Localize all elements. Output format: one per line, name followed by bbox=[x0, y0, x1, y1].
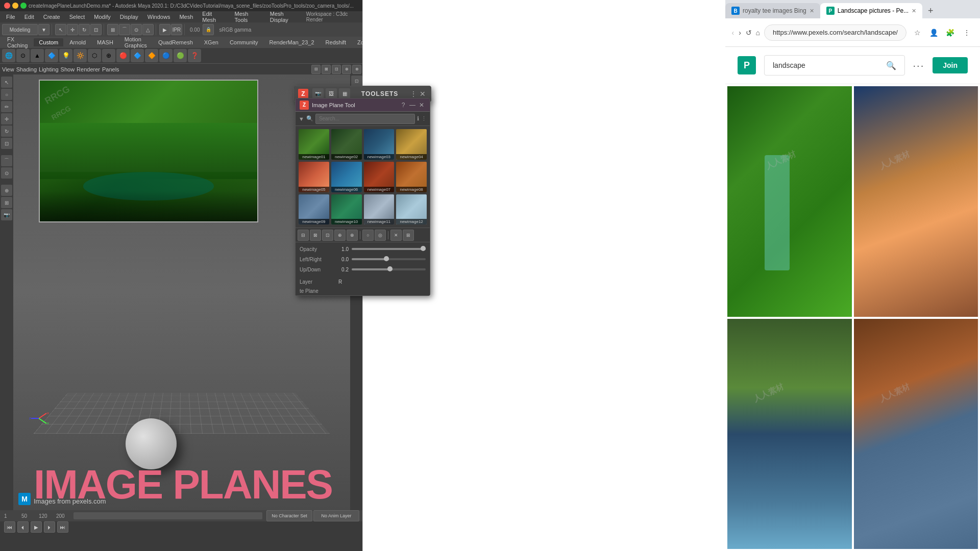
ipt-tb-grid-3[interactable]: ⊡ bbox=[322, 230, 333, 241]
back-btn[interactable]: ‹ bbox=[731, 26, 734, 40]
shelf-tab-motion-graphics[interactable]: Motion Graphics bbox=[119, 35, 152, 49]
rp-btn-1[interactable]: ⊡ bbox=[351, 76, 362, 87]
bookmark-btn[interactable]: ☆ bbox=[911, 26, 925, 40]
ts-more-btn[interactable]: ⋮ bbox=[409, 90, 418, 98]
updown-thumb[interactable] bbox=[387, 266, 393, 271]
pexels-img-autumn[interactable]: 人人素材 bbox=[854, 319, 978, 549]
ipt-tb-cross[interactable]: ✕ bbox=[390, 230, 402, 241]
menu-mesh-display[interactable]: Mesh Display bbox=[266, 10, 305, 24]
shelf-icon-14[interactable]: ❓ bbox=[188, 49, 201, 62]
tab-bing[interactable]: B royalty tee images Bing ✕ bbox=[725, 3, 820, 18]
shelf-icon-5[interactable]: 💡 bbox=[59, 49, 72, 62]
shelf-icon-2[interactable]: ⊙ bbox=[16, 49, 30, 62]
shading-menu[interactable]: Shading bbox=[16, 66, 37, 72]
play-back-btn[interactable]: ⏮ bbox=[4, 521, 15, 533]
step-back-btn[interactable]: ⏴ bbox=[17, 521, 29, 533]
play-btn[interactable]: ▶ bbox=[31, 521, 42, 533]
minimize-button[interactable] bbox=[12, 3, 18, 9]
image-cell-02[interactable]: newimage02 bbox=[331, 129, 362, 160]
shelf-tab-arnold[interactable]: Arnold bbox=[64, 38, 91, 46]
grid-tool[interactable]: ⊞ bbox=[1, 197, 12, 208]
tab-pexels[interactable]: P Landscape pictures - Pe... ✕ bbox=[820, 3, 922, 18]
image-cell-03[interactable]: newimage03 bbox=[364, 129, 395, 160]
scale-tool[interactable]: ⊡ bbox=[90, 24, 102, 35]
lasso-tool[interactable]: ○ bbox=[1, 89, 12, 100]
scale-tool-left[interactable]: ⊡ bbox=[1, 138, 12, 149]
image-cell-10[interactable]: newimage10 bbox=[331, 194, 362, 225]
menu-edit[interactable]: Edit bbox=[20, 13, 38, 21]
rotate-tool-left[interactable]: ↻ bbox=[1, 126, 12, 137]
step-forward-btn[interactable]: ⏵ bbox=[44, 521, 55, 533]
shelf-tab-quadremesh[interactable]: QuadRemesh bbox=[153, 38, 198, 46]
show-menu[interactable]: Show bbox=[61, 66, 75, 72]
tab-bing-close[interactable]: ✕ bbox=[810, 8, 814, 14]
shelf-icon-4[interactable]: 🔷 bbox=[45, 49, 58, 62]
modeling-btn[interactable]: Modeling bbox=[2, 24, 38, 35]
menu-windows[interactable]: Windows bbox=[143, 13, 175, 21]
view-menu[interactable]: View bbox=[2, 66, 14, 72]
shelf-tab-mash[interactable]: MASH bbox=[92, 38, 118, 46]
pexels-img-mountain[interactable]: 人人素材 bbox=[854, 86, 978, 317]
image-cell-12[interactable]: newimage12 bbox=[396, 194, 427, 225]
ipt-tb-grid-full[interactable]: ⊞ bbox=[403, 230, 414, 241]
snap-point[interactable]: ⊙ bbox=[131, 24, 142, 35]
extensions-btn[interactable]: 🧩 bbox=[943, 26, 958, 40]
ipt-tb-circle-2[interactable]: ◎ bbox=[375, 230, 386, 241]
menu-display[interactable]: Display bbox=[116, 13, 142, 21]
rotate-tool[interactable]: ↻ bbox=[79, 24, 90, 35]
home-btn[interactable]: ⌂ bbox=[756, 26, 760, 40]
refresh-btn[interactable]: ↺ bbox=[746, 26, 752, 40]
menu-mesh[interactable]: Mesh bbox=[175, 13, 197, 21]
close-button[interactable] bbox=[4, 3, 10, 9]
shelf-icon-10[interactable]: 🔷 bbox=[131, 49, 144, 62]
shelf-icon-8[interactable]: ⊕ bbox=[102, 49, 115, 62]
more-icon[interactable]: ⋮ bbox=[421, 115, 427, 122]
shelf-icon-9[interactable]: 🔴 bbox=[116, 49, 130, 62]
ipt-min-btn[interactable]: — bbox=[408, 101, 416, 109]
shelf-tab-xgen[interactable]: XGen bbox=[199, 38, 224, 46]
paint-tool[interactable]: ✏ bbox=[1, 101, 12, 112]
view-icon-3[interactable]: ⊡ bbox=[332, 65, 341, 74]
ipt-tb-circle[interactable]: ○ bbox=[362, 230, 374, 241]
menu-file[interactable]: File bbox=[2, 13, 19, 21]
info-icon[interactable]: ℹ bbox=[417, 115, 419, 122]
panels-menu[interactable]: Panels bbox=[102, 66, 119, 72]
view-icon-2[interactable]: ⊠ bbox=[322, 65, 331, 74]
render-btn[interactable]: ▶ bbox=[159, 24, 170, 35]
play-forward-btn[interactable]: ⏭ bbox=[57, 521, 68, 533]
updown-track[interactable] bbox=[352, 268, 426, 270]
search-input[interactable] bbox=[315, 114, 415, 124]
shelf-icon-7[interactable]: ⬡ bbox=[88, 49, 101, 62]
menu-modify[interactable]: Modify bbox=[90, 13, 114, 21]
shelf-icon-1[interactable]: 🌐 bbox=[2, 49, 15, 62]
shelf-icon-11[interactable]: 🔶 bbox=[145, 49, 158, 62]
snap-tool[interactable]: ⊙ bbox=[1, 167, 12, 179]
profile-btn[interactable]: 👤 bbox=[927, 26, 941, 40]
move-tool[interactable]: ✛ bbox=[67, 24, 78, 35]
snap-grid[interactable]: ⊞ bbox=[107, 24, 118, 35]
ipr-btn[interactable]: IPR bbox=[171, 24, 182, 35]
view-icon-4[interactable]: ⊕ bbox=[342, 65, 351, 74]
ipt-tb-grid-2[interactable]: ⊠ bbox=[310, 230, 321, 241]
shelf-icon-12[interactable]: 🔵 bbox=[159, 49, 173, 62]
select-tool-left[interactable]: ↖ bbox=[1, 77, 12, 88]
ipt-help-btn[interactable]: ? bbox=[399, 101, 407, 109]
display-tool[interactable]: ⊕ bbox=[1, 185, 12, 196]
ipt-tb-grid-4[interactable]: ⊕ bbox=[334, 230, 346, 241]
filter-icon[interactable]: ▼ bbox=[299, 116, 304, 122]
address-bar[interactable]: https://www.pexels.com/search/landscape/ bbox=[764, 24, 906, 41]
pexels-join-btn[interactable]: Join bbox=[933, 57, 968, 73]
menu-edit-mesh[interactable]: Edit Mesh bbox=[198, 10, 229, 24]
image-cell-04[interactable]: newimage04 bbox=[396, 129, 427, 160]
ipt-close-btn[interactable]: ✕ bbox=[418, 101, 426, 109]
maximize-button[interactable] bbox=[20, 3, 27, 9]
move-tool-left[interactable]: ✛ bbox=[1, 113, 12, 124]
pexels-img-forest[interactable]: 人人素材 bbox=[727, 86, 852, 317]
lighting-menu[interactable]: Lighting bbox=[39, 66, 59, 72]
shelf-tab-custom[interactable]: Custom bbox=[34, 38, 63, 46]
opacity-thumb[interactable] bbox=[421, 246, 426, 251]
image-cell-07[interactable]: newimage07 bbox=[364, 162, 395, 192]
shelf-icon-13[interactable]: 🟢 bbox=[174, 49, 187, 62]
view-icon-1[interactable]: ⊟ bbox=[311, 65, 321, 74]
leftright-thumb[interactable] bbox=[384, 256, 389, 261]
